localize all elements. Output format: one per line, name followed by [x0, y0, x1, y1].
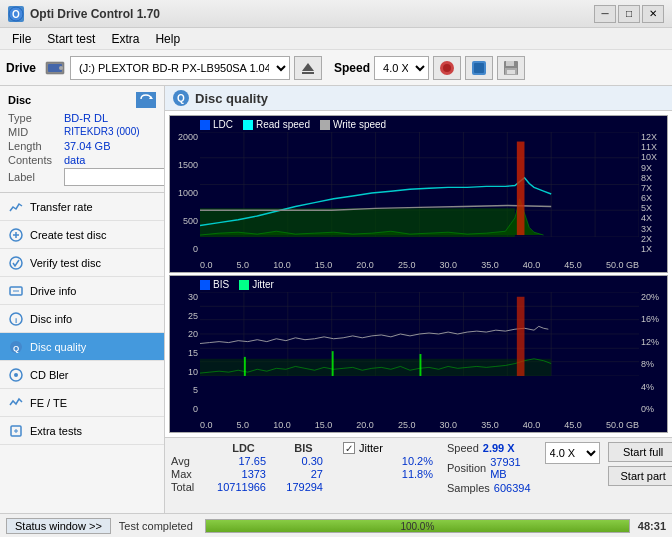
jitter-label: Jitter: [359, 442, 383, 454]
disc-type-field: Type BD-R DL: [8, 112, 156, 124]
nav-drive-info[interactable]: Drive info: [0, 277, 164, 305]
minimize-button[interactable]: ─: [594, 5, 616, 23]
ldc-chart: LDC Read speed Write speed 2000 1500: [169, 115, 668, 273]
menu-help[interactable]: Help: [147, 30, 188, 48]
nav-cd-bler[interactable]: CD Bler: [0, 361, 164, 389]
svg-rect-49: [517, 142, 525, 236]
stats-table-container: LDC BIS Avg 17.65 0.30 Max 1373 27 Total…: [171, 442, 331, 493]
disc-contents-value: data: [64, 154, 85, 166]
svg-marker-5: [302, 63, 314, 71]
disc-quality-title: Disc quality: [195, 91, 268, 106]
eject-button[interactable]: [294, 56, 322, 80]
progress-bar: 100.0%: [205, 519, 630, 533]
stats-max-row: Max 1373 27: [171, 468, 331, 480]
menu-start-test[interactable]: Start test: [39, 30, 103, 48]
svg-point-29: [14, 373, 18, 377]
save-button[interactable]: [497, 56, 525, 80]
fe-te-icon: [8, 395, 24, 411]
y-right-1x: 1X: [641, 244, 652, 254]
disc-length-label: Length: [8, 140, 64, 152]
disc-length-field: Length 37.04 GB: [8, 140, 156, 152]
stats-max-label: Max: [171, 468, 211, 480]
stats-area: LDC BIS Avg 17.65 0.30 Max 1373 27 Total…: [165, 437, 672, 513]
chart-area: LDC Read speed Write speed 2000 1500: [165, 111, 672, 437]
y-right-9x: 9X: [641, 163, 652, 173]
svg-point-4: [59, 66, 63, 70]
nav-fe-te[interactable]: FE / TE: [0, 389, 164, 417]
toolbar-btn-2[interactable]: [465, 56, 493, 80]
jitter-checkbox[interactable]: ✓: [343, 442, 355, 454]
nav-cd-bler-label: CD Bler: [30, 369, 69, 381]
cd-bler-icon: [8, 367, 24, 383]
svg-rect-6: [302, 72, 314, 74]
svg-rect-69: [420, 354, 422, 376]
svg-rect-10: [474, 63, 484, 73]
status-window-button[interactable]: Status window >>: [6, 518, 111, 534]
jitter-legend-label: Jitter: [252, 279, 274, 290]
nav-verify-test-disc-label: Verify test disc: [30, 257, 101, 269]
disc-info-panel: Disc Type BD-R DL MID RITEKDR3 (000) Len…: [0, 86, 164, 193]
time-label: 48:31: [638, 520, 666, 532]
stats-avg-ldc: 17.65: [211, 455, 276, 467]
bis-x-axis: 0.0 5.0 10.0 15.0 20.0 25.0 30.0 35.0 40…: [200, 420, 639, 430]
nav-disc-quality[interactable]: Q Disc quality: [0, 333, 164, 361]
disc-label-input[interactable]: [64, 168, 165, 186]
bis-y-5: 5: [193, 385, 198, 395]
nav-disc-quality-label: Disc quality: [30, 341, 86, 353]
svg-rect-12: [506, 61, 514, 66]
menu-file[interactable]: File: [4, 30, 39, 48]
nav-create-test-disc[interactable]: Create test disc: [0, 221, 164, 249]
ldc-legend-item: LDC: [200, 119, 233, 130]
sidebar: Disc Type BD-R DL MID RITEKDR3 (000) Len…: [0, 86, 165, 513]
read-speed-legend-label: Read speed: [256, 119, 310, 130]
svg-text:i: i: [15, 316, 17, 325]
svg-point-8: [443, 64, 451, 72]
speed-select[interactable]: 4.0 X MAX 2.0 X 1.0 X: [374, 56, 429, 80]
y-right-5x: 5X: [641, 203, 652, 213]
disc-contents-field: Contents data: [8, 154, 156, 166]
nav-disc-info[interactable]: i Disc info: [0, 305, 164, 333]
disc-contents-label: Contents: [8, 154, 64, 166]
ldc-y-axis-right: 12X 11X 10X 9X 8X 7X 6X 5X 4X 3X 2X 1X: [639, 132, 667, 254]
close-button[interactable]: ✕: [642, 5, 664, 23]
start-full-button[interactable]: Start full: [608, 442, 672, 462]
bis-y-0: 0: [193, 404, 198, 414]
main-area: Disc Type BD-R DL MID RITEKDR3 (000) Len…: [0, 86, 672, 513]
toolbar: Drive (J:) PLEXTOR BD-R PX-LB950SA 1.04 …: [0, 50, 672, 86]
toolbar-btn-1[interactable]: [433, 56, 461, 80]
speed-label: Speed: [334, 61, 370, 75]
stats-max-ldc: 1373: [211, 468, 276, 480]
disc-info-icon: i: [8, 311, 24, 327]
svg-rect-14: [507, 70, 515, 74]
y-label-2000: 2000: [178, 132, 198, 142]
speed-select-stats[interactable]: 4.0 X MAX 2.0 X: [545, 442, 600, 464]
nav-verify-test-disc[interactable]: Verify test disc: [0, 249, 164, 277]
stats-col-ldc: LDC: [211, 442, 276, 454]
stats-avg-label: Avg: [171, 455, 211, 467]
menu-extra[interactable]: Extra: [103, 30, 147, 48]
start-part-button[interactable]: Start part: [608, 466, 672, 486]
bis-y-15: 15: [188, 348, 198, 358]
disc-quality-icon: Q: [8, 339, 24, 355]
samples-label: Samples: [447, 482, 490, 494]
disc-refresh-button[interactable]: [136, 92, 156, 108]
nav-extra-tests[interactable]: Extra tests: [0, 417, 164, 445]
nav-drive-info-label: Drive info: [30, 285, 76, 297]
jitter-total-row: [343, 481, 433, 497]
nav-transfer-rate[interactable]: Transfer rate: [0, 193, 164, 221]
drive-select[interactable]: (J:) PLEXTOR BD-R PX-LB950SA 1.04: [70, 56, 290, 80]
maximize-button[interactable]: □: [618, 5, 640, 23]
svg-point-21: [10, 257, 22, 269]
window-controls: ─ □ ✕: [594, 5, 664, 23]
jitter-max-row: 11.8%: [343, 468, 433, 480]
y-label-1500: 1500: [178, 160, 198, 170]
ldc-y-axis-left: 2000 1500 1000 500 0: [170, 132, 200, 254]
nav-extra-tests-label: Extra tests: [30, 425, 82, 437]
disc-label-label: Label: [8, 171, 64, 183]
ldc-legend-label: LDC: [213, 119, 233, 130]
y-right-6x: 6X: [641, 193, 652, 203]
bis-y-25: 25: [188, 311, 198, 321]
stats-col-empty: [171, 442, 211, 454]
jitter-stats-container: ✓ Jitter 10.2% 11.8%: [343, 442, 433, 497]
extra-tests-icon: [8, 423, 24, 439]
